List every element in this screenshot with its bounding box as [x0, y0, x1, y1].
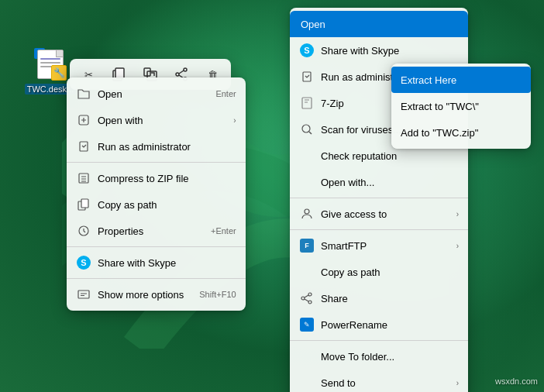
- copy-as-path2-label: Copy as path: [321, 266, 459, 278]
- separator-2: [67, 246, 246, 247]
- send-to-icon: [299, 375, 315, 390]
- main-context-menu: Open Enter Open with › Run as administra…: [67, 77, 246, 311]
- sep-a: [290, 198, 468, 198]
- properties-icon: [76, 223, 91, 239]
- watermark: wsxdn.com: [495, 377, 538, 386]
- scan-icon: [299, 122, 315, 137]
- run-admin-label: Run as administrator: [98, 141, 236, 153]
- sep-c: [290, 340, 468, 341]
- compress-icon: [76, 170, 91, 186]
- svg-rect-15: [78, 291, 89, 298]
- svg-point-18: [302, 125, 310, 132]
- power-rename-label: PowerRename: [321, 319, 459, 331]
- open-shortcut: Enter: [215, 89, 236, 98]
- share2-icon: [299, 291, 315, 306]
- menu-item-extract-here[interactable]: Extract Here: [391, 67, 531, 93]
- copy-path-icon: [76, 197, 91, 212]
- copy-as-path2-icon: [299, 264, 315, 280]
- send-to-arrow: ›: [456, 379, 459, 387]
- smartftp-arrow: ›: [456, 242, 459, 250]
- menu-item-copy-path[interactable]: Copy as path: [67, 191, 246, 218]
- check-rep-icon: [299, 148, 315, 163]
- give-access-icon: [299, 206, 315, 222]
- open-with-arrow: ›: [233, 116, 236, 125]
- menu-item-extract-twc[interactable]: Extract to "TWC\": [391, 93, 531, 119]
- power-rename-icon: ✎: [299, 317, 315, 332]
- smartftp-icon: F: [299, 238, 315, 253]
- svg-rect-10: [80, 142, 88, 151]
- menu-item-copy-as-path2[interactable]: Copy as path: [290, 259, 468, 285]
- svg-rect-16: [303, 72, 311, 81]
- svg-point-6: [176, 73, 179, 76]
- separator-1: [67, 162, 246, 163]
- open-with2-label: Open with...: [321, 177, 459, 188]
- extract-here-label: Extract Here: [401, 74, 522, 86]
- menu-item-open[interactable]: Open Enter: [67, 81, 246, 107]
- show-more-icon: [76, 287, 91, 302]
- file-overlay-icon: 🔧: [51, 65, 67, 81]
- menu-item-share-skype2[interactable]: S Share with Skype: [290, 37, 468, 64]
- svg-point-22: [301, 297, 305, 300]
- compress-label: Compress to ZIP file: [98, 173, 236, 184]
- move-to-icon: [299, 349, 315, 364]
- menu-item-compress[interactable]: Compress to ZIP file: [67, 165, 246, 191]
- properties-shortcut: +Enter: [211, 226, 236, 236]
- svg-point-19: [305, 209, 309, 214]
- give-access-label: Give access to: [321, 208, 456, 220]
- show-more-shortcut: Shift+F10: [199, 290, 236, 299]
- skype2-icon: S: [299, 43, 315, 58]
- secondary-menu-header[interactable]: Open: [290, 11, 468, 37]
- menu-item-run-admin[interactable]: Run as administrator: [67, 133, 246, 160]
- menu-item-give-access[interactable]: Give access to ›: [290, 201, 468, 227]
- svg-line-24: [305, 299, 308, 301]
- add-zip-label: Add to "TWC.zip": [401, 127, 522, 139]
- give-access-arrow: ›: [456, 210, 459, 218]
- open-label: Open: [98, 88, 200, 100]
- menu-item-add-zip[interactable]: Add to "TWC.zip": [391, 119, 531, 146]
- svg-line-23: [305, 295, 308, 297]
- menu-item-power-rename[interactable]: ✎ PowerRename: [290, 311, 468, 338]
- svg-rect-13: [81, 199, 88, 208]
- open-with2-icon: [299, 174, 315, 190]
- menu-item-smartftp[interactable]: F SmartFTP ›: [290, 232, 468, 259]
- 7zip-icon: [299, 95, 315, 111]
- extract-twc-label: Extract to "TWC\": [401, 101, 522, 112]
- svg-point-21: [308, 301, 312, 304]
- svg-rect-17: [302, 98, 312, 108]
- properties-label: Properties: [98, 225, 195, 237]
- menu-item-share-skype[interactable]: S Share with Skype: [67, 249, 246, 276]
- skype-icon: S: [76, 255, 91, 270]
- move-to-label: Move To folder...: [321, 351, 459, 363]
- menu-item-open-with2[interactable]: Open with...: [290, 169, 468, 195]
- watermark-text: wsxdn.com: [495, 377, 538, 386]
- open-with-label: Open with: [98, 115, 233, 126]
- file-icon: ✓ 🔧: [34, 48, 67, 81]
- show-more-label: Show more options: [98, 289, 184, 301]
- svg-point-4: [184, 68, 187, 71]
- send-to-label: Send to: [321, 377, 456, 389]
- menu-item-send-to[interactable]: Send to ›: [290, 370, 468, 392]
- share-skype-label: Share with Skype: [98, 257, 236, 269]
- copy-path-label: Copy as path: [98, 199, 236, 211]
- check-rep-label: Check reputation: [321, 150, 459, 162]
- share2-label: Share: [321, 293, 459, 304]
- menu-item-properties[interactable]: Properties +Enter: [67, 218, 246, 244]
- svg-point-20: [308, 293, 312, 296]
- open-with-icon: [76, 112, 91, 128]
- menu-item-show-more[interactable]: Show more options Shift+F10: [67, 281, 246, 308]
- separator-3: [67, 278, 246, 279]
- share-skype2-label: Share with Skype: [321, 45, 459, 57]
- menu-item-share2[interactable]: Share: [290, 285, 468, 311]
- svg-line-7: [179, 70, 184, 74]
- run-admin-icon: [76, 139, 91, 154]
- open-icon: [76, 86, 91, 101]
- smartftp-label: SmartFTP: [321, 240, 456, 252]
- menu-item-open-with[interactable]: Open with ›: [67, 107, 246, 133]
- secondary-open-label: Open: [301, 19, 325, 30]
- menu-item-move-to[interactable]: Move To folder...: [290, 343, 468, 370]
- sep-b: [290, 229, 468, 230]
- tertiary-context-menu: Extract Here Extract to "TWC\" Add to "T…: [391, 64, 531, 149]
- run-admin2-icon: [299, 69, 315, 84]
